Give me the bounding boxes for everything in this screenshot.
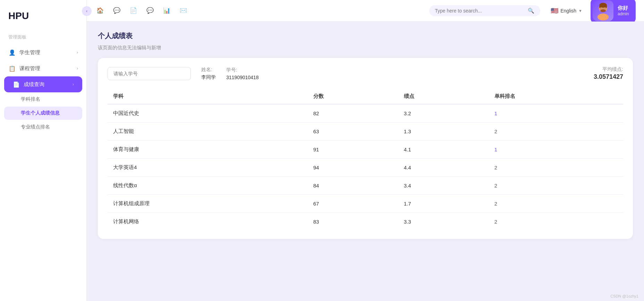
cell-rank: 2 [489,123,623,141]
chat-icon[interactable]: 💬 [112,6,121,16]
cell-rank: 2 [489,213,623,231]
flag-icon: 🇺🇸 [551,7,558,15]
table-row: 体育与健康 91 4.1 1 [108,141,623,159]
table-row: 中国近代史 82 3.2 1 [108,104,623,123]
cell-subject: 人工智能 [108,123,308,141]
chart-icon[interactable]: 📊 [162,6,171,16]
sidebar-item-label: 学生管理 [19,49,40,56]
watermark: CSDN @1ozhy1 [610,294,638,298]
language-selector[interactable]: 🇺🇸 English ▼ [547,5,586,17]
cell-gpa: 1.3 [398,123,489,141]
col-subject: 学科 [108,89,308,104]
chevron-right-icon: › [77,66,78,71]
cell-rank: 2 [489,177,623,195]
cell-score: 63 [308,123,398,141]
cell-score: 94 [308,159,398,177]
mail-icon[interactable]: ✉️ [178,6,188,16]
cell-score: 83 [308,213,398,231]
user-avatar [593,0,613,21]
avg-gpa-label: 平均绩点: [594,66,623,73]
col-gpa: 绩点 [398,89,489,104]
sidebar-item-label: 成绩查询 [24,81,44,88]
course-mgmt-icon: 📋 [8,65,16,72]
language-label: English [560,8,576,14]
avg-gpa-field: 平均绩点: 3.0571427 [594,66,623,81]
avg-gpa-value: 3.0571427 [594,73,623,81]
table-row: 计算机组成原理 67 1.7 2 [108,195,623,213]
topbar: 🏠 💬 📄 💬 📊 ✉️ 🔍 🇺🇸 English ▼ [87,0,644,22]
student-id-input[interactable] [108,67,191,80]
name-value: 李同学 [201,74,216,81]
cell-rank: 1 [489,141,623,159]
table-row: 计算机网络 83 3.3 2 [108,213,623,231]
cell-rank: 2 [489,195,623,213]
sidebar-item-student-mgmt[interactable]: 👤 学生管理 › [0,44,86,60]
student-mgmt-icon: 👤 [8,49,16,56]
cell-rank: 2 [489,159,623,177]
cell-subject: 线性代数α [108,177,308,195]
chevron-right-icon: › [77,50,78,55]
sidebar-collapse-button[interactable]: ‹ [82,6,92,16]
sidebar-item-label: 课程管理 [19,65,40,72]
col-score: 分数 [308,89,398,104]
user-greeting: 你好 [618,5,629,11]
avatar-image [593,1,613,20]
sidebar-logo: HPU [0,7,86,32]
svg-rect-5 [605,5,607,8]
student-name-field: 姓名: 李同学 [201,67,216,81]
cell-gpa: 3.4 [398,177,489,195]
user-info: 你好 admin [618,5,629,16]
document-icon[interactable]: 📄 [128,6,138,16]
student-id-field: 学号: 311909010418 [226,67,259,80]
search-icon: 🔍 [528,8,534,14]
grade-card: 姓名: 李同学 学号: 311909010418 平均绩点: 3.0571427… [98,58,633,239]
table-row: 大学英语4 94 4.4 2 [108,159,623,177]
main-area: 🏠 💬 📄 💬 📊 ✉️ 🔍 🇺🇸 English ▼ [87,0,644,301]
svg-point-1 [598,14,609,20]
cell-gpa: 3.2 [398,104,489,123]
cell-gpa: 4.1 [398,141,489,159]
user-block[interactable]: 你好 admin [591,0,636,23]
id-label: 学号: [226,67,259,73]
svg-rect-4 [599,5,601,8]
page-notice: 该页面的信息无法编辑与新增 [98,45,633,51]
sidebar-item-grade-query[interactable]: 📄 成绩查询 › [4,76,82,92]
sidebar-sub-item-major-gpa-ranking[interactable]: 专业绩点排名 [4,120,82,134]
sidebar: HPU 管理面板 👤 学生管理 › 📋 课程管理 › 📄 成绩查询 › 学科排名… [0,0,87,301]
cell-score: 82 [308,104,398,123]
sidebar-sub-item-student-grade-info[interactable]: 学生个人成绩信息 [4,107,82,120]
cell-subject: 计算机网络 [108,213,308,231]
chevron-right-icon: › [73,82,74,87]
table-row: 线性代数α 84 3.4 2 [108,177,623,195]
search-input[interactable] [435,8,525,14]
topbar-right: 🇺🇸 English ▼ [547,0,636,23]
grade-query-icon: 📄 [12,81,20,88]
cell-score: 84 [308,177,398,195]
sidebar-sub-item-label: 学科排名 [21,96,40,102]
grade-table-body: 中国近代史 82 3.2 1 人工智能 63 1.3 2 体育与健康 91 4.… [108,104,623,231]
page-title: 个人成绩表 [98,31,633,41]
id-value: 311909010418 [226,75,259,80]
sidebar-item-course-mgmt[interactable]: 📋 课程管理 › [0,60,86,76]
cell-subject: 中国近代史 [108,104,308,123]
cell-gpa: 3.3 [398,213,489,231]
cell-subject: 计算机组成原理 [108,195,308,213]
cell-score: 67 [308,195,398,213]
student-info-row: 姓名: 李同学 学号: 311909010418 平均绩点: 3.0571427 [108,66,623,81]
sidebar-sub-item-label: 学生个人成绩信息 [21,110,60,116]
grade-table: 学科 分数 绩点 单科排名 中国近代史 82 3.2 1 人工智能 63 1.3… [108,89,623,231]
table-header-row: 学科 分数 绩点 单科排名 [108,89,623,104]
sidebar-sub-item-label: 专业绩点排名 [21,124,50,130]
content-area: 个人成绩表 该页面的信息无法编辑与新增 姓名: 李同学 学号: 31190901… [87,22,644,301]
message-icon[interactable]: 💬 [145,6,155,16]
topbar-icons: 🏠 💬 📄 💬 📊 ✉️ [95,6,422,16]
home-icon[interactable]: 🏠 [95,6,105,16]
name-label: 姓名: [201,67,216,73]
sidebar-sub-item-subject-ranking[interactable]: 学科排名 [4,93,82,106]
cell-subject: 大学英语4 [108,159,308,177]
cell-gpa: 1.7 [398,195,489,213]
cell-subject: 体育与健康 [108,141,308,159]
user-role: admin [618,11,629,16]
cell-gpa: 4.4 [398,159,489,177]
search-bar[interactable]: 🔍 [429,5,540,16]
